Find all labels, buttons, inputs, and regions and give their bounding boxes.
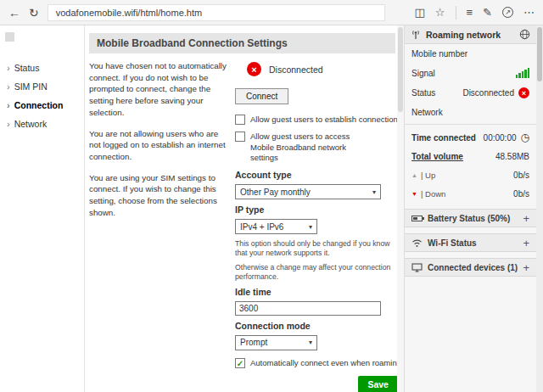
roaming-checkbox[interactable]: ✓ (235, 358, 245, 368)
row-label: Signal (411, 69, 435, 78)
select-value: Prompt (240, 338, 267, 347)
note-paragraph: This option should only be changed if yo… (235, 239, 396, 258)
more-icon[interactable]: ⋯ (523, 7, 535, 18)
connection-mode-label: Connection mode (235, 321, 397, 331)
checkbox-label: Allow guest users to establish connectio… (250, 115, 397, 125)
chevron-down-icon: ▾ (309, 223, 312, 231)
row-label: Status (411, 88, 435, 98)
expand-plus-icon: + (523, 212, 529, 225)
chevron-right-icon: › (7, 63, 10, 73)
favorites-star-icon[interactable]: ☆ (435, 7, 445, 18)
nav-collapse-icon[interactable] (5, 32, 14, 42)
chevron-right-icon: › (7, 81, 10, 92)
panel-divider (405, 124, 536, 125)
address-bar[interactable]: vodafonemobile.wifi/html/home.htm (48, 4, 385, 21)
total-volume-value: 48.58MB (495, 152, 529, 161)
page-content: › Status › SIM PIN › Connection › Networ… (0, 25, 543, 392)
wifi-icon (411, 238, 423, 248)
nav-item-status[interactable]: › Status (0, 59, 84, 77)
accordion-label: Battery Status (50%) (428, 214, 510, 223)
total-volume-link[interactable]: Total volume (411, 152, 463, 161)
hub-icon[interactable]: ≡ (467, 7, 473, 18)
info-paragraph: You have chosen not to automatically con… (89, 60, 227, 119)
connection-status-text: Disconnected (269, 64, 323, 75)
scrollbar-thumb[interactable] (398, 27, 403, 112)
disconnected-x-icon: × (518, 87, 529, 98)
check-icon: ✓ (237, 359, 244, 368)
chevron-right-icon: › (7, 119, 10, 129)
guest-settings-checkbox[interactable] (235, 132, 245, 142)
back-icon[interactable]: ← (8, 7, 20, 19)
time-connected-row: Time connected 00:00:00 ◷ (405, 127, 536, 147)
nav-item-network[interactable]: › Network (0, 115, 84, 133)
chevron-right-icon: › (7, 100, 10, 110)
chevron-down-icon: ▾ (372, 188, 376, 196)
ip-type-note: This option should only be changed if yo… (235, 239, 396, 282)
time-connected-value: 00:00:00 (484, 133, 517, 143)
web-note-icon[interactable]: ✎ (483, 7, 492, 18)
row-label: | Down (421, 189, 445, 199)
toolbar-divider (456, 6, 456, 20)
guest-settings-row: Allow guest users to access Mobile Broad… (235, 132, 397, 163)
info-paragraph: You are not allowing users who are not l… (89, 128, 227, 163)
checkbox-label: Automatically connect even when roaming (250, 358, 397, 368)
accordion-label: Connected devices (1) (428, 263, 518, 272)
row-label: | Up (421, 171, 435, 180)
antenna-icon (411, 30, 421, 40)
globe-icon[interactable] (519, 29, 530, 40)
scrollbar-thumb[interactable] (537, 27, 542, 81)
content-scrollbar[interactable] (397, 25, 404, 392)
page-title: Mobile Broadband Connection Settings (89, 33, 395, 53)
nav-item-label: Status (14, 63, 40, 73)
main-panel: Mobile Broadband Connection Settings You… (85, 25, 397, 392)
connection-form: × Disconnected Connect Allow guest users… (235, 60, 397, 392)
browser-window: ← ↻ vodafonemobile.wifi/html/home.htm ◫ … (0, 0, 543, 392)
nav-item-label: Connection (14, 100, 64, 110)
mobile-number-row: Mobile number (405, 44, 536, 63)
note-paragraph: Otherwise a change may affect your conne… (235, 263, 396, 282)
ip-type-select[interactable]: IPv4 + IPv6 ▾ (235, 219, 317, 234)
info-paragraph: You are using your SIM settings to conne… (89, 172, 227, 219)
guest-connection-checkbox[interactable] (235, 115, 245, 125)
upload-row: ▲ | Up 0b/s (405, 165, 536, 184)
guest-connection-row: Allow guest users to establish connectio… (235, 115, 397, 125)
roaming-panel: Roaming network Mobile number Signal (404, 25, 536, 392)
connected-devices-accordion[interactable]: Connected devices (1) + (405, 258, 536, 277)
panel-title: Roaming network (426, 30, 501, 40)
ip-type-label: IP type (235, 204, 397, 215)
clock-icon: ◷ (521, 132, 529, 143)
left-nav: › Status › SIM PIN › Connection › Networ… (0, 25, 85, 392)
status-value: Disconnected (462, 88, 514, 98)
row-label: Mobile number (411, 49, 467, 59)
toolbar-actions: ◫ ☆ ≡ ✎ ↗ ⋯ (415, 6, 535, 20)
nav-item-sim-pin[interactable]: › SIM PIN (0, 77, 84, 96)
reading-view-icon[interactable]: ◫ (415, 7, 425, 18)
save-button[interactable]: Save (358, 376, 397, 392)
idle-time-label: Idle time (235, 287, 397, 297)
info-text: You have chosen not to automatically con… (89, 60, 235, 392)
battery-status-accordion[interactable]: Battery Status (50%) + (405, 209, 536, 227)
nav-item-connection[interactable]: › Connection (0, 96, 84, 115)
download-row: ▼ | Down 0b/s (405, 184, 536, 203)
idle-time-input[interactable] (235, 301, 381, 316)
browser-toolbar: ← ↻ vodafonemobile.wifi/html/home.htm ◫ … (0, 0, 543, 25)
connection-mode-select[interactable]: Prompt ▾ (235, 335, 317, 350)
disconnected-x-icon: × (247, 62, 261, 76)
network-row: Network (405, 103, 536, 121)
account-type-select[interactable]: Other Pay monthly ▾ (235, 184, 381, 199)
roaming-network-header[interactable]: Roaming network (405, 25, 536, 44)
x-glyph: × (522, 89, 526, 98)
share-icon[interactable]: ↗ (502, 7, 513, 18)
account-type-label: Account type (235, 170, 397, 180)
upload-arrow-icon: ▲ (411, 172, 417, 178)
refresh-icon[interactable]: ↻ (29, 7, 39, 19)
connect-button[interactable]: Connect (235, 88, 288, 104)
row-label: Time connected (411, 133, 476, 143)
roaming-row: ✓ Automatically connect even when roamin… (235, 358, 397, 368)
wifi-status-accordion[interactable]: Wi-Fi Status + (405, 233, 536, 252)
upload-value: 0b/s (513, 171, 529, 180)
devices-icon (411, 263, 423, 272)
url-text: vodafonemobile.wifi/html/home.htm (56, 8, 202, 18)
window-scrollbar[interactable] (536, 25, 543, 392)
download-value: 0b/s (513, 189, 529, 199)
